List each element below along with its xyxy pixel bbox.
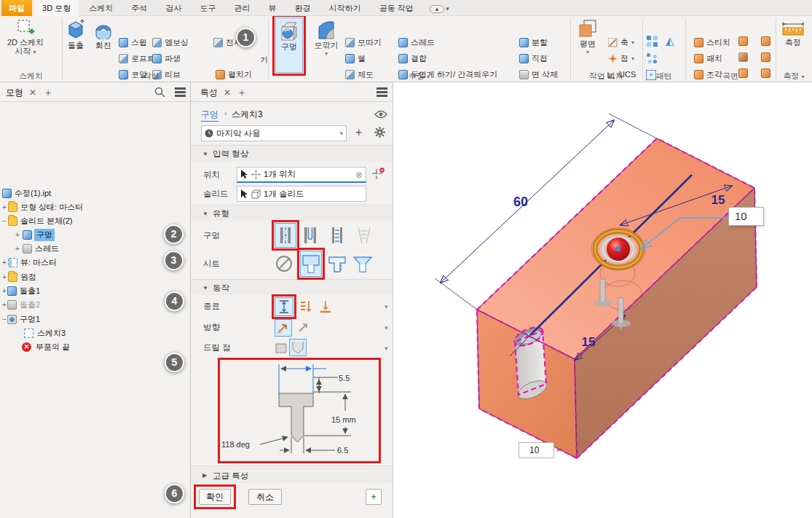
seat-countersink-button[interactable] [352, 252, 374, 277]
extend-surface-icon[interactable] [738, 36, 748, 46]
emboss-button[interactable]: 엠보싱 [152, 36, 189, 48]
expand-icon[interactable]: + [1, 201, 8, 213]
hole-type-taper-tapped-button[interactable] [353, 223, 375, 248]
tab-sketch[interactable]: 스케치 [81, 0, 121, 16]
chamfer-button[interactable]: 모따기 [345, 36, 382, 48]
breadcrumb-feature[interactable]: 구멍 [201, 109, 218, 122]
point-button[interactable]: 점 ▾ [608, 52, 634, 64]
loft-button[interactable]: 로프트 [119, 52, 155, 64]
rectangular-pattern-icon[interactable] [647, 36, 651, 40]
close-icon[interactable]: ✕ [29, 87, 36, 98]
hamburger-menu-icon[interactable] [175, 87, 186, 90]
add-preset-icon[interactable]: + [355, 126, 362, 139]
hole-center-point[interactable] [616, 247, 620, 251]
hole-type-clearance-button[interactable] [299, 223, 321, 248]
add-hole-button[interactable]: + [366, 489, 382, 505]
hole-diameter-input[interactable]: 10 [728, 207, 764, 226]
expand-icon[interactable]: + [1, 271, 8, 283]
hole-button[interactable]: 구멍 [275, 17, 303, 73]
tab-manage[interactable]: 관리 [226, 0, 259, 16]
close-icon[interactable]: ✕ [224, 87, 231, 98]
termination-to-button[interactable] [316, 297, 335, 316]
ok-button[interactable]: 확인 [199, 489, 231, 505]
add-tab-icon[interactable]: + [45, 87, 51, 98]
remove-position-icon[interactable] [371, 168, 385, 182]
tab-3d-model[interactable]: 3D 모형 [34, 0, 79, 16]
axis-button[interactable]: 축 ▾ [608, 36, 634, 48]
split-button[interactable]: 분할 [519, 36, 548, 48]
direction-flip-button[interactable] [294, 319, 312, 337]
preset-dropdown[interactable]: 마지막 사용 ▾ [201, 125, 347, 141]
add-tab-icon[interactable]: + [239, 87, 245, 98]
shell-button[interactable]: 쉘 [345, 52, 366, 64]
tab-get-started[interactable]: 시작하기 [321, 0, 369, 16]
drill-point-flat-button[interactable] [273, 340, 289, 356]
point-label: 점 [620, 53, 628, 64]
diagram-diameter-input[interactable]: 10 [519, 442, 554, 458]
chevron-down-icon[interactable]: ▾ [385, 345, 388, 352]
tab-environments[interactable]: 환경 [287, 0, 319, 16]
replace-face-icon[interactable] [761, 52, 770, 62]
sweep-button[interactable]: 스윕 [119, 36, 147, 48]
section-input-geometry[interactable]: ▼입력 형상 [191, 145, 393, 161]
group-label-modify[interactable]: 수정 ▾ [268, 71, 570, 80]
tab-collaborate[interactable]: 공동 작업 [371, 0, 422, 16]
tab-tools[interactable]: 도구 [192, 0, 224, 16]
drill-point-angle-button[interactable] [289, 339, 307, 356]
expand-icon[interactable]: + [1, 256, 8, 269]
direction-default-button[interactable] [275, 319, 292, 337]
direct-edit-button[interactable]: 직접 [519, 52, 548, 64]
tab-view[interactable]: 뷰 [261, 0, 285, 16]
expand-icon[interactable]: + [14, 243, 21, 255]
tab-annotate[interactable]: 주석 [123, 0, 155, 16]
thread-button[interactable]: 스레드 [398, 36, 435, 48]
collapse-icon[interactable]: − [1, 215, 8, 227]
trim-surface-icon[interactable] [738, 52, 748, 62]
section-advanced[interactable]: ▶고급 특성 [191, 466, 393, 483]
import-button-partial[interactable]: 기 [260, 54, 268, 66]
expand-icon[interactable]: + [14, 229, 21, 241]
section-behavior[interactable]: ▼동작 [191, 279, 393, 295]
clear-selection-icon[interactable]: ⊗ [355, 170, 363, 180]
termination-through-all-button[interactable] [296, 297, 315, 316]
viewport-3d[interactable]: 60 15 15 [393, 82, 812, 518]
start-2d-sketch-button[interactable]: 2D 스케치 시작 ▾ [4, 19, 47, 57]
revolve-button[interactable]: 회전 [90, 19, 117, 50]
mirror-icon[interactable]: ◭ [666, 35, 674, 47]
tab-file[interactable]: 파일 [1, 0, 32, 16]
patch-button[interactable]: 패치 [694, 52, 722, 64]
chevron-down-icon[interactable]: ▾ [385, 324, 388, 331]
search-icon[interactable] [154, 87, 165, 98]
plane-button[interactable]: 평면 ▾ [574, 19, 602, 57]
breadcrumb-sketch[interactable]: 스케치3 [232, 109, 263, 121]
browser-tab-model[interactable]: 모형 [6, 87, 23, 99]
flyout-arrow-icon[interactable]: ▸ [557, 446, 561, 453]
ribbon-collapse-icon[interactable]: ▲ ▾ [430, 5, 449, 13]
section-type[interactable]: ▼유형 [191, 205, 393, 221]
hole-type-tapped-button[interactable] [326, 223, 348, 248]
boundary-patch-icon[interactable] [761, 36, 770, 46]
termination-distance-button[interactable] [275, 297, 293, 316]
fillet-button[interactable]: 모깎기 ▾ [312, 19, 341, 58]
properties-tab[interactable]: 특성 [200, 87, 218, 99]
solid-input[interactable]: 1개 솔리드 [237, 186, 366, 202]
group-label-measure[interactable]: 측정 ▾ [776, 71, 812, 80]
seat-none-button[interactable] [275, 253, 293, 275]
visibility-eye-icon[interactable] [374, 110, 387, 119]
tab-inspect[interactable]: 검사 [157, 0, 189, 16]
gear-icon[interactable] [374, 127, 385, 138]
chevron-down-icon[interactable]: ▾ [385, 303, 388, 310]
seat-spotface-button[interactable] [326, 252, 348, 277]
hole-type-simple-button[interactable] [275, 223, 296, 248]
derive-button[interactable]: 파생 [152, 52, 181, 64]
stitch-button[interactable]: 스티치 [694, 36, 730, 48]
position-input[interactable]: 1개 위치 ⊗ [237, 167, 366, 183]
cancel-button[interactable]: 취소 [248, 489, 282, 505]
measure-button[interactable]: 측정 [777, 20, 809, 47]
extrude-button[interactable]: 돌출 [63, 19, 89, 50]
hole-manipulator[interactable] [595, 231, 642, 267]
hamburger-menu-icon[interactable] [377, 87, 387, 90]
combine-button[interactable]: 결합 [398, 52, 427, 64]
seat-counterbore-button[interactable] [300, 251, 322, 277]
circular-pattern-icon[interactable] [647, 53, 650, 57]
